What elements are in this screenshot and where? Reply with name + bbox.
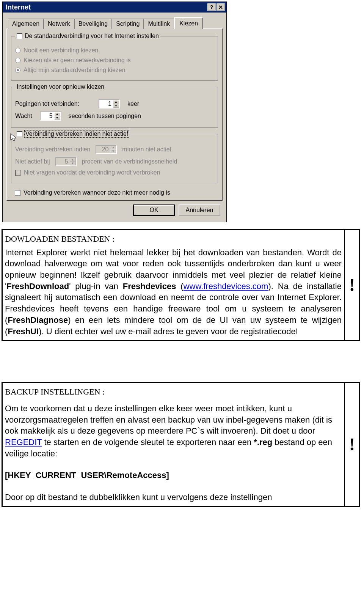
spin-up-icon: ▲ <box>110 146 116 149</box>
niet-actief-bij-label: Niet actief bij <box>15 158 50 165</box>
verbreken-indien-label: Verbinding verbreken indien <box>15 146 90 153</box>
minuten-input <box>96 146 110 153</box>
help-button[interactable]: ? <box>207 3 216 11</box>
tab-netwerk[interactable]: Netwerk <box>44 19 74 29</box>
group-opnieuw-kiezen: Instellingen voor opnieuw kiezen Poginge… <box>11 87 218 128</box>
spin-down-icon: ▼ <box>110 149 116 153</box>
group-legend-2: Instellingen voor opnieuw kiezen <box>17 83 104 90</box>
close-button[interactable] <box>217 3 225 11</box>
seconden-label: seconden tussen pogingen <box>69 113 141 120</box>
wacht-input[interactable] <box>41 112 54 120</box>
keer-label: keer <box>127 101 139 107</box>
backup-heading: BACKUP INSTELLINGEN : <box>5 386 342 398</box>
procent-spinner: ▲▼ <box>55 157 77 166</box>
freshdevices-link[interactable]: www.freshdevices.com <box>184 281 268 291</box>
checkbox-verbreken-inactief[interactable] <box>17 131 22 137</box>
radio-nooit-label: Nooit een verbinding kiezen <box>24 47 98 54</box>
radio-altijd <box>15 68 20 73</box>
spin-up-icon[interactable]: ▲ <box>113 100 119 104</box>
backup-p1: Om te voorkomen dat u deze instellingen … <box>5 404 332 436</box>
spin-up-icon: ▲ <box>70 158 76 162</box>
minuten-label: minuten niet actief <box>122 146 171 153</box>
minuten-spinner: ▲▼ <box>96 145 117 154</box>
regedit-link[interactable]: REGEDIT <box>5 437 42 447</box>
verbreken-nodig-label: Verbinding verbreken wanneer deze niet m… <box>24 189 170 196</box>
spin-down-icon: ▼ <box>70 162 76 165</box>
backup-section: BACKUP INSTELLINGEN : Om te voorkomen da… <box>2 382 360 507</box>
wacht-spinner[interactable]: ▲▼ <box>40 112 61 121</box>
backup-text: BACKUP INSTELLINGEN : Om te voorkomen da… <box>3 383 344 506</box>
radio-als-geen <box>15 58 20 63</box>
radio-als-geen-label: Kiezen als er geen netwerkverbinding is <box>24 57 131 64</box>
group-legend-3: Verbinding verbreken indien niet actief <box>25 131 129 137</box>
spin-up-icon[interactable]: ▲ <box>54 112 60 116</box>
checkbox-standaardverbinding[interactable] <box>17 33 22 39</box>
wacht-label: Wacht <box>15 113 32 120</box>
tab-algemeen[interactable]: Algemeen <box>8 19 44 29</box>
download-section: DOWLOADEN BESTANDEN : Internet Explorer … <box>2 229 360 341</box>
pogingen-input[interactable] <box>99 100 113 108</box>
group-standaardverbinding: De standaardverbinding voor het Internet… <box>11 36 218 81</box>
freshui: FreshUI <box>8 327 39 336</box>
backup-bang: ! <box>344 383 359 506</box>
backup-p4: Door op dit bestand te dubbelklikken kun… <box>5 492 272 502</box>
tab-kiezen[interactable]: Kiezen <box>174 17 203 29</box>
cancel-button[interactable]: Annuleren <box>179 204 220 216</box>
tab-multilink[interactable]: Multilink <box>144 19 174 29</box>
download-text: DOWLOADEN BESTANDEN : Internet Explorer … <box>3 230 344 340</box>
titlebar[interactable]: Internet ? <box>3 2 226 13</box>
reg-file: *.reg <box>254 437 272 447</box>
tab-beveiliging[interactable]: Beveiliging <box>74 19 112 29</box>
group-legend-1: De standaardverbinding voor het Internet… <box>25 33 159 39</box>
freshdownload: FreshDownload <box>6 281 69 291</box>
radio-altijd-label: Altijd mijn standaardverbinding kiezen <box>24 67 126 74</box>
tab-scripting[interactable]: Scripting <box>112 19 144 29</box>
download-p6: ). U dient echter wel uw e-mail adres te… <box>39 327 298 336</box>
registry-key: [HKEY_CURRENT_USER\RemoteAccess] <box>5 470 169 480</box>
spin-down-icon[interactable]: ▼ <box>113 104 119 108</box>
spin-down-icon[interactable]: ▼ <box>54 116 60 120</box>
pogingen-spinner[interactable]: ▲▼ <box>99 99 120 109</box>
close-icon <box>219 5 223 9</box>
tab-panel-kiezen: De standaardverbinding voor het Internet… <box>6 28 223 201</box>
download-p3: ( <box>176 281 183 291</box>
download-heading: DOWLOADEN BESTANDEN : <box>5 233 342 245</box>
checkbox-verbreken-nodig[interactable] <box>15 190 20 196</box>
freshdiagnose: FreshDiagnose <box>8 315 68 325</box>
backup-p2: te starten en de volgende sleutel te exp… <box>42 437 254 447</box>
procent-label: procent van de verbindingssnelheid <box>82 158 177 165</box>
download-p2: ' plug-in van <box>69 281 123 291</box>
pogingen-label: Pogingen tot verbinden: <box>15 101 91 107</box>
internet-dialog: Internet ? Algemeen Netwerk Beveiliging … <box>2 2 227 222</box>
niet-vragen-label: Niet vragen voordat de verbinding wordt … <box>24 169 160 176</box>
group-verbreken: Verbinding verbreken indien niet actief … <box>11 134 218 183</box>
radio-nooit <box>15 48 20 53</box>
checkbox-niet-vragen <box>15 170 21 176</box>
download-bang: ! <box>344 230 359 340</box>
freshdevices: Freshdevices <box>123 281 176 291</box>
tab-row: Algemeen Netwerk Beveiliging Scripting M… <box>8 16 223 28</box>
window-title: Internet <box>6 3 207 11</box>
ok-button[interactable]: OK <box>133 204 175 216</box>
procent-input <box>56 158 70 165</box>
